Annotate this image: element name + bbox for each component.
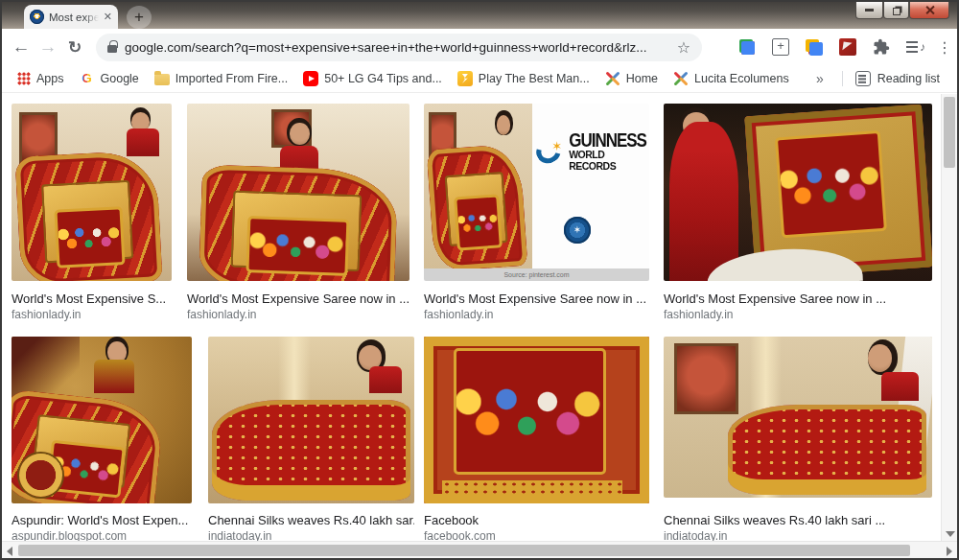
result-domain: facebook.com (424, 529, 649, 541)
close-button[interactable] (909, 2, 949, 19)
result-title[interactable]: World's Most Expensive Saree now in ... (424, 292, 649, 306)
reading-list-button[interactable]: Reading list (877, 72, 940, 85)
play-app-icon (457, 71, 473, 86)
result-domain: indiatoday.in (208, 529, 414, 541)
result-card: Chennai Silks weaves Rs.40 lakh sari ...… (664, 337, 932, 541)
youtube-icon (303, 71, 318, 86)
chrome-menu-icon[interactable]: ⋮ (937, 38, 952, 57)
result-domain: indiatoday.in (664, 529, 932, 541)
red-flag-extension-icon[interactable] (839, 38, 856, 56)
result-title[interactable]: World's Most Expensive S... (12, 292, 172, 306)
image-source-caption: Source: pinterest.com (424, 268, 649, 281)
search-results-grid: World's Most Expensive S... fashionlady.… (2, 94, 943, 541)
reading-list-icon (855, 71, 871, 86)
result-title[interactable]: Aspundir: World's Most Expen... (12, 513, 192, 527)
stacked-squares-extension-icon[interactable] (738, 38, 756, 56)
saree-scene (424, 104, 532, 268)
bookmark-lg-g4-tips[interactable]: 50+ LG G4 Tips and... (295, 68, 450, 89)
bookmark-label: Imported From Fire... (175, 72, 288, 85)
bookmark-google[interactable]: G Google (72, 68, 147, 89)
guinness-favicon-icon (30, 10, 44, 24)
bookmark-label: Apps (36, 72, 64, 85)
folder-icon (154, 74, 170, 85)
result-title[interactable]: World's Most Expensive Saree now in ... (664, 292, 932, 306)
horizontal-scrollbar[interactable] (2, 541, 957, 558)
result-card: Aspundir: World's Most Expen... aspundir… (12, 337, 192, 541)
result-image-chennai-silks-2[interactable] (664, 337, 932, 498)
vertical-scrollbar-thumb[interactable] (944, 97, 955, 168)
tab-close-icon[interactable]: ✕ (104, 12, 112, 22)
result-domain: aspundir.blogspot.com (12, 529, 192, 541)
result-image-saree-model-1[interactable] (12, 104, 172, 281)
bookmark-star-icon[interactable]: ☆ (677, 38, 690, 57)
media-list-icon[interactable] (906, 38, 924, 56)
doc-plus-extension-icon[interactable] (772, 38, 789, 56)
bookmark-label: Home (626, 72, 658, 85)
result-card: GUINNESS WORLD RECORDS Source: pinterest… (424, 104, 649, 326)
result-image-saree-model-2[interactable] (187, 104, 409, 281)
bookmark-imported-folder[interactable]: Imported From Fire... (147, 68, 295, 89)
result-image-guinness[interactable]: GUINNESS WORLD RECORDS Source: pinterest… (424, 104, 649, 281)
guinness-wordmark: GUINNESS (569, 130, 646, 150)
bookmark-label: 50+ LG G4 Tips and... (324, 72, 442, 85)
folders-extension-icon[interactable] (806, 38, 823, 56)
saree-drape (212, 400, 409, 500)
result-image-saree-closeup[interactable] (424, 337, 649, 503)
result-domain: fashionlady.in (424, 308, 649, 321)
bookmark-play-best[interactable]: Play The Best Man... (450, 68, 597, 89)
restore-icon (893, 8, 901, 15)
bookmark-lucita[interactable]: Lucita Ecolumens (666, 68, 797, 89)
result-title[interactable]: Chennai Silks weaves Rs.40 lakh sar... (208, 513, 414, 527)
result-domain: fashionlady.in (12, 308, 172, 321)
guinness-logo: GUINNESS WORLD RECORDS (534, 132, 643, 172)
bookmark-label: Lucita Ecolumens (694, 72, 789, 85)
back-button[interactable]: ← (8, 36, 35, 58)
result-title[interactable]: Facebook (424, 513, 649, 527)
result-title[interactable]: Chennai Silks weaves Rs.40 lakh sari ... (664, 513, 932, 527)
browser-toolbar: ← → ↻ google.com/search?q=most+expensive… (2, 29, 957, 65)
new-tab-button[interactable]: + (127, 6, 152, 29)
joomla-icon (673, 71, 689, 86)
extensions-area (738, 38, 924, 56)
browser-tab[interactable]: Most expe ✕ (24, 5, 118, 29)
result-image-chennai-silks-1[interactable] (208, 337, 414, 503)
vertical-scrollbar[interactable] (941, 94, 957, 541)
window-controls (855, 2, 949, 19)
minimize-icon (865, 9, 874, 12)
result-image-aspundir[interactable] (12, 337, 192, 503)
close-icon (924, 5, 935, 15)
scroll-left-arrow-icon[interactable] (7, 547, 12, 556)
guinness-badge-icon (564, 217, 591, 244)
forward-button[interactable]: → (35, 36, 61, 58)
result-card: World's Most Expensive S... fashionlady.… (12, 104, 172, 326)
result-image-unveiling[interactable] (664, 104, 932, 281)
result-card: Chennai Silks weaves Rs.40 lakh sar... i… (208, 337, 414, 541)
apps-grid-icon (17, 72, 31, 85)
guinness-swoosh-icon (534, 138, 563, 165)
scroll-down-arrow-icon[interactable] (946, 531, 955, 537)
divider (842, 71, 843, 86)
result-title[interactable]: World's Most Expensive Saree now in ... (187, 292, 409, 306)
saree-drape (728, 405, 926, 495)
address-bar[interactable]: google.com/search?q=most+expensive+saree… (96, 34, 702, 61)
extensions-puzzle-icon[interactable] (873, 38, 890, 56)
bookmark-apps[interactable]: Apps (10, 68, 72, 89)
horizontal-scrollbar-thumb[interactable] (18, 545, 910, 556)
minimize-button[interactable] (855, 2, 883, 19)
tab-title: Most expe (49, 12, 99, 23)
bookmarks-bar: Apps G Google Imported From Fire... 50+ … (2, 65, 957, 93)
gold-seal (19, 454, 62, 497)
bookmarks-overflow-chevron[interactable]: » (810, 71, 830, 86)
joomla-icon (605, 71, 620, 86)
result-domain: fashionlady.in (664, 308, 932, 321)
reload-button[interactable]: ↻ (61, 37, 88, 58)
wall-frame (674, 343, 738, 414)
browser-window: Most expe ✕ + ← → ↻ google.com/search?q=… (0, 0, 959, 560)
url-text[interactable]: google.com/search?q=most+expensive+saree… (125, 40, 669, 55)
restore-button[interactable] (883, 2, 909, 19)
result-card: World's Most Expensive Saree now in ... … (664, 104, 932, 326)
google-g-icon: G (80, 71, 95, 86)
bookmark-home[interactable]: Home (597, 68, 666, 89)
result-card: World's Most Expensive Saree now in ... … (187, 104, 409, 326)
scroll-right-arrow-icon[interactable] (947, 547, 952, 556)
